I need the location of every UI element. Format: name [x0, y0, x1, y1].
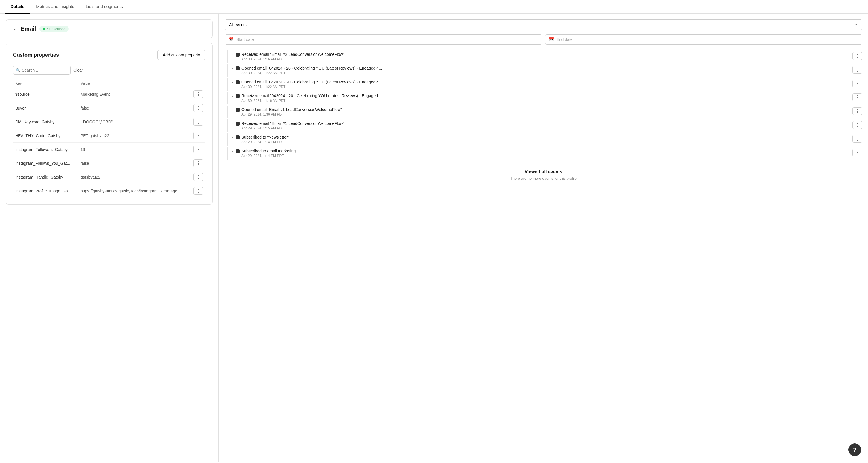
table-row: HEALTHY_Code_Gatsby PET-gatsbytu22 ⋮	[13, 129, 206, 143]
row-more-cell: ⋮	[191, 184, 206, 198]
subscribed-label: Subscribed	[46, 27, 65, 31]
viewed-all-section: Viewed all events There are no more even…	[225, 161, 862, 184]
event-item: ⌄ Opened email "042024 - 20 - Celebratin…	[227, 64, 862, 77]
tab-details[interactable]: Details	[5, 0, 30, 13]
event-content: Received email "Email #2 LeadConversionW…	[242, 52, 851, 61]
row-more-button[interactable]: ⋮	[193, 90, 203, 98]
event-chevron-icon[interactable]: ⌄	[231, 94, 234, 98]
right-panel: All events 📅 Start date 📅 End date ⌄ Rec…	[219, 13, 868, 462]
subscribed-dot-icon	[43, 28, 45, 30]
event-item: ⌄ Subscribed to email marketing Apr 29, …	[227, 147, 862, 160]
event-date: Apr 30, 2024, 11:16 AM PDT	[242, 99, 851, 103]
event-more-button[interactable]: ⋮	[852, 94, 862, 101]
event-title: Received email "042024 - 20 - Celebratin…	[242, 94, 851, 98]
row-more-cell: ⋮	[191, 101, 206, 115]
event-more-button[interactable]: ⋮	[852, 52, 862, 60]
event-more-button[interactable]: ⋮	[852, 107, 862, 115]
table-row: Instagram_Followers_Gatsby 19 ⋮	[13, 143, 206, 157]
row-more-cell: ⋮	[191, 143, 206, 157]
event-more-button[interactable]: ⋮	[852, 66, 862, 74]
left-panel: ⌄ Email Subscribed ⋮ Custom properties A…	[0, 13, 219, 462]
event-type-icon	[236, 80, 240, 84]
tab-metrics[interactable]: Metrics and insights	[30, 0, 80, 13]
clear-button[interactable]: Clear	[73, 68, 83, 72]
event-type-icon	[236, 66, 240, 70]
row-more-button[interactable]: ⋮	[193, 104, 203, 112]
event-item: ⌄ Received email "Email #2 LeadConversio…	[227, 50, 862, 63]
custom-properties-card: Custom properties Add custom property 🔍 …	[6, 43, 213, 205]
row-more-cell: ⋮	[191, 170, 206, 184]
end-date-placeholder: End date	[557, 37, 573, 42]
row-more-button[interactable]: ⋮	[193, 132, 203, 139]
event-title: Subscribed to "Newsletter"	[242, 135, 851, 139]
event-chevron-icon[interactable]: ⌄	[231, 121, 234, 125]
event-type-icon	[236, 108, 240, 112]
date-filters: 📅 Start date 📅 End date	[225, 34, 862, 44]
add-custom-property-button[interactable]: Add custom property	[157, 50, 206, 60]
event-chevron-icon[interactable]: ⌄	[231, 80, 234, 84]
row-more-button[interactable]: ⋮	[193, 118, 203, 126]
properties-table: Key Value $source Marketing Event ⋮ Buye…	[13, 79, 206, 198]
event-content: Received email "Email #1 LeadConversionW…	[242, 121, 851, 130]
event-title: Received email "Email #1 LeadConversionW…	[242, 121, 851, 126]
event-title: Received email "Email #2 LeadConversionW…	[242, 52, 851, 57]
prop-key: Instagram_Follows_You_Gat...	[13, 157, 78, 170]
prop-value: Marketing Event	[78, 88, 191, 101]
table-row: Instagram_Handle_Gatsby gatsbytu22 ⋮	[13, 170, 206, 184]
event-content: Subscribed to email marketing Apr 29, 20…	[242, 149, 851, 158]
search-input[interactable]	[13, 66, 70, 75]
event-more-button[interactable]: ⋮	[852, 80, 862, 88]
event-type-icon	[236, 135, 240, 139]
event-content: Opened email "Email #1 LeadConversionWel…	[242, 107, 851, 117]
tab-lists[interactable]: Lists and segments	[80, 0, 129, 13]
end-date-input[interactable]: 📅 End date	[545, 34, 863, 44]
row-more-cell: ⋮	[191, 129, 206, 143]
row-more-cell: ⋮	[191, 88, 206, 101]
email-more-icon[interactable]: ⋮	[200, 25, 206, 32]
start-date-input[interactable]: 📅 Start date	[225, 34, 542, 44]
event-date: Apr 29, 2024, 1:14 PM PDT	[242, 154, 851, 158]
viewed-all-title: Viewed all events	[225, 169, 862, 174]
column-header-value: Value	[78, 79, 191, 88]
custom-properties-header: Custom properties Add custom property	[13, 50, 206, 60]
table-row: Buyer false ⋮	[13, 101, 206, 115]
calendar-icon-start: 📅	[228, 37, 234, 42]
event-chevron-icon[interactable]: ⌄	[231, 107, 234, 111]
event-more-button[interactable]: ⋮	[852, 149, 862, 157]
event-date: Apr 29, 2024, 1:15 PM PDT	[242, 126, 851, 130]
row-more-button[interactable]: ⋮	[193, 187, 203, 195]
event-item: ⌄ Received email "042024 - 20 - Celebrat…	[227, 92, 862, 104]
event-chevron-icon[interactable]: ⌄	[231, 135, 234, 139]
prop-key: HEALTHY_Code_Gatsby	[13, 129, 78, 143]
prop-value: false	[78, 157, 191, 170]
prop-key: Instagram_Handle_Gatsby	[13, 170, 78, 184]
prop-value: gatsbytu22	[78, 170, 191, 184]
search-bar: 🔍 Clear	[13, 66, 206, 75]
collapse-chevron-icon[interactable]: ⌄	[13, 26, 17, 32]
event-content: Received email "042024 - 20 - Celebratin…	[242, 94, 851, 103]
event-item: ⌄ Received email "Email #1 LeadConversio…	[227, 119, 862, 132]
search-input-wrap: 🔍	[13, 66, 70, 75]
search-icon: 🔍	[16, 68, 21, 72]
row-more-button[interactable]: ⋮	[193, 145, 203, 153]
row-more-button[interactable]: ⋮	[193, 159, 203, 167]
all-events-select[interactable]: All events	[225, 19, 862, 30]
event-content: Opened email "042024 - 20 - Celebrating …	[242, 80, 851, 89]
row-more-button[interactable]: ⋮	[193, 173, 203, 181]
event-chevron-icon[interactable]: ⌄	[231, 52, 234, 56]
prop-value: https://gatsby-statics.gatsby.tech/insta…	[78, 184, 191, 198]
viewed-all-subtitle: There are no more events for this profil…	[225, 176, 862, 180]
event-filter: All events	[225, 19, 862, 30]
event-type-icon	[236, 53, 240, 57]
prop-value: 19	[78, 143, 191, 157]
help-button[interactable]: ?	[848, 443, 861, 456]
event-more-button[interactable]: ⋮	[852, 121, 862, 129]
table-row: DM_Keyword_Gatsby ["DOGGO","CBD"] ⋮	[13, 115, 206, 129]
event-chevron-icon[interactable]: ⌄	[231, 149, 234, 153]
event-more-button[interactable]: ⋮	[852, 135, 862, 143]
event-item: ⌄ Opened email "Email #1 LeadConversionW…	[227, 105, 862, 118]
event-type-icon	[236, 149, 240, 153]
row-more-cell: ⋮	[191, 115, 206, 129]
event-chevron-icon[interactable]: ⌄	[231, 66, 234, 70]
subscribed-badge: Subscribed	[39, 26, 69, 32]
